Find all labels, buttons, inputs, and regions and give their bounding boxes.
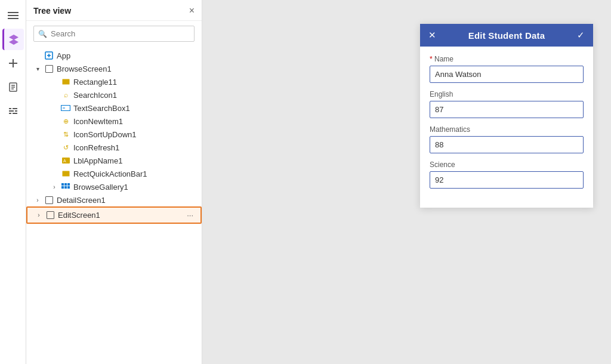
main-canvas: ✕ Edit Student Data ✓ Name English Mathe… [202, 0, 611, 364]
svg-rect-0 [8, 12, 18, 13]
edit-panel-close-button[interactable]: ✕ [428, 30, 436, 41]
iconrefresh1-label: IconRefresh1 [73, 143, 197, 152]
editscreen1-icon [45, 211, 55, 220]
edit-panel-body: Name English Mathematics Science [420, 47, 593, 208]
controls-icon[interactable] [2, 100, 24, 122]
tree-node-rectangle11[interactable]: Rectangle11 [26, 75, 202, 88]
rect-expand-spacer [50, 78, 58, 86]
iconnewitem1-icon: ⊕ [61, 116, 70, 126]
browsescreen1-label: BrowseScreen1 [57, 64, 197, 73]
rectangle11-label: Rectangle11 [73, 78, 197, 87]
tree-node-app[interactable]: App [26, 49, 202, 62]
form-field-english: English [430, 90, 584, 118]
editscreen1-label: EditScreen1 [58, 211, 184, 220]
textsearchbox1-label: TextSearchBox1 [73, 104, 197, 113]
form-field-mathematics: Mathematics [430, 125, 584, 153]
form-input-name[interactable] [430, 66, 584, 83]
form-input-mathematics[interactable] [430, 136, 584, 153]
layers-icon[interactable] [2, 29, 24, 50]
tree-content: App ▾ BrowseScreen1 Rectangle11 ⌕ Search… [26, 47, 202, 364]
tree-node-detailscreen1[interactable]: › DetailScreen1 [26, 193, 202, 206]
searchicon1-icon: ⌕ [61, 90, 70, 100]
iconsortupdown1-label: IconSortUpDown1 [73, 130, 197, 139]
svg-rect-10 [13, 108, 17, 109]
tree-search-container: 🔍 [33, 26, 195, 42]
screen-icon [44, 64, 54, 73]
svg-rect-13 [9, 113, 11, 114]
tree-node-iconnewitem1[interactable]: ⊕ IconNewItem1 [26, 115, 202, 128]
svg-rect-23 [64, 183, 67, 186]
search-icon: 🔍 [38, 30, 47, 38]
svg-rect-12 [9, 110, 14, 112]
tree-node-textsearchbox1[interactable]: TextSearchBox1 [26, 101, 202, 115]
iconnewitem1-label: IconNewItem1 [73, 117, 197, 126]
form-label-name: Name [430, 55, 584, 63]
svg-rect-1 [8, 15, 18, 16]
svg-rect-27 [67, 186, 70, 189]
svg-rect-22 [61, 183, 64, 186]
svg-rect-17 [61, 106, 70, 111]
app-label: App [57, 51, 197, 60]
detailscreen1-label: DetailScreen1 [57, 196, 197, 205]
app-icon [44, 51, 54, 60]
plus-icon[interactable] [2, 53, 24, 74]
tree-node-lblappname1[interactable]: A LblAppName1 [26, 154, 202, 167]
svg-rect-26 [64, 186, 67, 189]
svg-rect-9 [9, 108, 11, 109]
edit-panel-confirm-button[interactable]: ✓ [577, 30, 585, 41]
tree-node-rectquickactionbar1[interactable]: RectQuickActionBar1 [26, 167, 202, 180]
svg-rect-24 [67, 183, 70, 186]
edit-panel-header: ✕ Edit Student Data ✓ [420, 24, 593, 47]
rectangle-icon [61, 77, 70, 87]
tree-title: Tree view [33, 6, 71, 16]
edit-panel-title: Edit Student Data [468, 30, 545, 41]
iconsortupdown1-icon: ⇅ [61, 129, 70, 139]
close-tree-button[interactable]: × [189, 6, 195, 16]
lblappname1-icon: A [61, 156, 70, 165]
browse-expand-icon: ▾ [33, 64, 42, 73]
form-label-mathematics: Mathematics [430, 125, 584, 134]
edit-student-panel: ✕ Edit Student Data ✓ Name English Mathe… [420, 24, 593, 208]
form-field-name: Name [430, 55, 584, 83]
form-label-science: Science [430, 161, 584, 169]
detailscreen1-icon [44, 195, 54, 205]
form-input-science[interactable] [430, 171, 584, 189]
form-label-english: English [430, 90, 584, 98]
tree-node-searchicon1[interactable]: ⌕ SearchIcon1 [26, 88, 202, 101]
rectquickactionbar1-label: RectQuickActionBar1 [73, 169, 197, 178]
tree-header: Tree view × [26, 0, 202, 21]
textbox-icon [61, 103, 70, 113]
tree-node-editscreen1[interactable]: › EditScreen1 ··· [26, 206, 202, 224]
tree-panel: Tree view × 🔍 App ▾ BrowseScreen1 [26, 0, 202, 364]
tree-node-iconrefresh1[interactable]: ↺ IconRefresh1 [26, 141, 202, 154]
tree-node-iconsortupdown1[interactable]: ⇅ IconSortUpDown1 [26, 128, 202, 141]
browsegallery1-label: BrowseGallery1 [73, 183, 197, 192]
lblappname1-label: LblAppName1 [73, 156, 197, 165]
svg-rect-11 [15, 110, 17, 112]
svg-rect-25 [61, 186, 64, 189]
left-sidebar [0, 0, 26, 364]
tree-node-browsegallery1[interactable]: › BrowseGallery1 [26, 180, 202, 193]
edit-header-left: ✕ [428, 30, 436, 41]
editscreen1-menu-icon[interactable]: ··· [184, 209, 196, 221]
form-input-english[interactable] [430, 101, 584, 118]
svg-rect-14 [13, 113, 17, 114]
iconrefresh1-icon: ↺ [61, 143, 70, 152]
svg-rect-2 [8, 18, 18, 19]
browsegallery1-icon [61, 182, 70, 192]
tree-node-browsescreen1[interactable]: ▾ BrowseScreen1 [26, 62, 202, 75]
page-icon[interactable] [2, 76, 24, 98]
svg-rect-4 [9, 63, 17, 64]
expand-spacer [33, 51, 42, 60]
rectquickactionbar1-icon [61, 169, 70, 178]
form-field-science: Science [430, 161, 584, 189]
svg-rect-16 [62, 79, 69, 85]
hamburger-menu-icon[interactable] [2, 5, 24, 26]
search-input[interactable] [33, 26, 195, 42]
searchicon1-label: SearchIcon1 [73, 91, 197, 100]
svg-rect-21 [62, 171, 69, 177]
svg-text:A: A [63, 159, 66, 163]
